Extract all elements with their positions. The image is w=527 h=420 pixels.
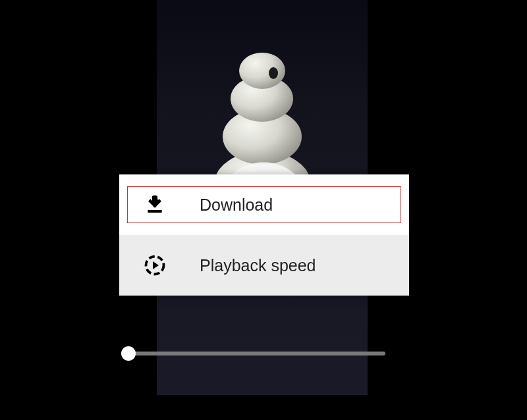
menu-item-playback-speed[interactable]: Playback speed (119, 235, 409, 296)
playback-speed-icon (143, 253, 167, 277)
svg-rect-1 (148, 210, 161, 213)
svg-marker-0 (149, 196, 161, 207)
menu-item-label: Playback speed (200, 256, 316, 275)
video-progress-bar[interactable] (128, 352, 385, 355)
svg-marker-3 (153, 261, 159, 269)
menu-item-download[interactable]: Download (119, 174, 409, 235)
download-icon (143, 193, 167, 217)
menu-item-label: Download (200, 196, 273, 215)
progress-thumb[interactable] (121, 346, 136, 361)
context-menu: Download Playback speed (119, 174, 409, 296)
